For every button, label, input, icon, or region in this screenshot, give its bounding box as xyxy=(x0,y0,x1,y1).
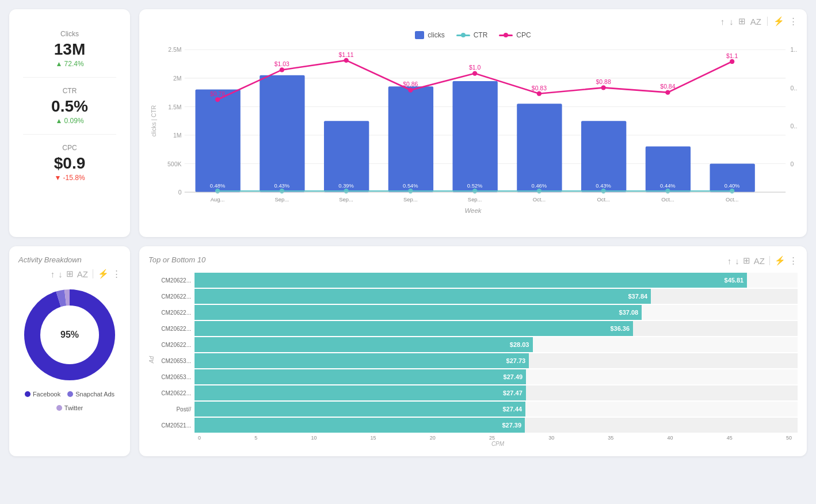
svg-text:0.48%: 0.48% xyxy=(210,183,226,189)
svg-point-50 xyxy=(537,91,542,96)
donut-container: 95% Facebook Snapchat Ads Twitter xyxy=(18,286,121,411)
hbar-value: $27.39 xyxy=(502,422,521,429)
tb-sort-down-icon[interactable]: ↓ xyxy=(735,256,739,266)
svg-rect-22 xyxy=(324,121,369,192)
activity-toolbar: ↑ ↓ ⊞ AZ ⚡ ⋮ xyxy=(18,269,121,279)
hbar-track: $37.84 xyxy=(195,289,798,304)
clicks-kpi: Clicks 13M ▲ 72.4% xyxy=(23,21,116,78)
hbar-fill: $27.39 xyxy=(195,418,525,433)
svg-point-43 xyxy=(665,189,670,193)
svg-point-36 xyxy=(215,189,220,193)
hbar-track: $36.36 xyxy=(195,321,798,336)
more-icon[interactable]: ⋮ xyxy=(789,16,798,26)
activity-sort-up-icon[interactable]: ↑ xyxy=(51,269,55,279)
svg-text:Sep...: Sep... xyxy=(403,197,418,203)
toolbar-divider xyxy=(767,17,768,26)
legend-ctr-line xyxy=(456,35,470,36)
legend-twitter: Twitter xyxy=(56,404,83,411)
sort-up-icon[interactable]: ↑ xyxy=(720,17,725,26)
donut-chart: 95% xyxy=(21,286,119,384)
svg-text:$0.88: $0.88 xyxy=(596,79,611,85)
svg-text:Oct...: Oct... xyxy=(661,197,674,203)
svg-text:0.43%: 0.43% xyxy=(596,183,611,189)
activity-card: Activity Breakdown ↑ ↓ ⊞ AZ ⚡ ⋮ xyxy=(9,246,130,456)
svg-text:$1.03: $1.03 xyxy=(274,61,289,67)
ctr-label: CTR xyxy=(23,87,116,95)
hbar-chart-wrapper: Ad CM20622... $45.81 CM20622... $37.84 C… xyxy=(148,273,798,447)
az-icon[interactable]: AZ xyxy=(750,17,761,26)
hbar-label: CM20622... xyxy=(157,277,195,284)
tb-az-icon[interactable]: AZ xyxy=(754,256,765,266)
hbar-track: $27.39 xyxy=(195,418,798,433)
facebook-dot xyxy=(25,391,30,397)
hbar-fill: $27.49 xyxy=(195,369,526,384)
topbottom-title: Top or Bottom 10 xyxy=(148,255,205,264)
legend-cpc: CPC xyxy=(499,31,531,39)
donut-legend: Facebook Snapchat Ads Twitter xyxy=(18,391,121,411)
cpc-value: $0.9 xyxy=(23,154,116,173)
hbar-value: $37.84 xyxy=(628,293,647,300)
activity-lightning-icon[interactable]: ⚡ xyxy=(98,269,109,279)
tb-table-icon[interactable]: ⊞ xyxy=(743,255,750,266)
svg-text:2.5M: 2.5M xyxy=(168,47,181,54)
hbar-track: $45.81 xyxy=(195,273,798,288)
hbar-fill: $45.81 xyxy=(195,273,747,288)
activity-more-icon[interactable]: ⋮ xyxy=(112,269,121,279)
svg-rect-20 xyxy=(260,75,304,192)
svg-text:Week: Week xyxy=(464,207,482,214)
hbar-label: CM20653... xyxy=(157,358,195,364)
facebook-label: Facebook xyxy=(33,391,60,398)
hbar-label: CM20622... xyxy=(157,390,195,396)
hbar-label: CM20622... xyxy=(157,310,195,316)
hbar-row: CM20622... $37.84 xyxy=(157,289,798,304)
hbar-row: Post// $27.44 xyxy=(157,402,798,417)
hbar-label: CM20622... xyxy=(157,326,195,332)
svg-text:Sep...: Sep... xyxy=(275,197,289,203)
activity-az-icon[interactable]: AZ xyxy=(77,269,88,279)
twitter-dot xyxy=(56,405,62,411)
hbar-row: CM20622... $45.81 xyxy=(157,273,798,288)
tb-lightning-icon[interactable]: ⚡ xyxy=(775,255,786,266)
hbar-rows: CM20622... $45.81 CM20622... $37.84 CM20… xyxy=(157,273,798,433)
svg-text:0...: 0... xyxy=(790,85,798,91)
hbar-label: CM20521... xyxy=(157,422,195,429)
hbar-track: $27.73 xyxy=(195,353,798,368)
hbar-value: $27.47 xyxy=(503,390,523,396)
cpc-label: CPC xyxy=(23,144,116,152)
snapchat-dot xyxy=(67,391,73,397)
hbar-fill: $36.36 xyxy=(195,321,633,336)
hbar-fill: $28.03 xyxy=(195,337,533,352)
tb-sort-up-icon[interactable]: ↑ xyxy=(727,256,732,266)
svg-text:0: 0 xyxy=(178,189,182,196)
svg-text:clicks | CTR: clicks | CTR xyxy=(150,105,157,136)
table-icon[interactable]: ⊞ xyxy=(738,16,746,26)
svg-text:2M: 2M xyxy=(173,75,182,82)
svg-text:$1.0: $1.0 xyxy=(469,64,481,71)
hbar-label: CM20622... xyxy=(157,293,195,300)
hbar-row: CM20622... $27.47 xyxy=(157,385,798,400)
svg-rect-28 xyxy=(517,104,562,192)
lightning-icon[interactable]: ⚡ xyxy=(773,16,784,26)
svg-rect-24 xyxy=(388,86,433,192)
svg-text:0.39%: 0.39% xyxy=(338,183,354,189)
activity-table-icon[interactable]: ⊞ xyxy=(66,269,74,279)
twitter-label: Twitter xyxy=(64,404,83,411)
legend-clicks: clicks xyxy=(415,31,444,39)
svg-text:Sep...: Sep... xyxy=(468,197,482,203)
legend-snapchat: Snapchat Ads xyxy=(67,391,115,398)
x-axis-ticks: 0 5 10 15 20 25 30 35 40 45 50 xyxy=(198,435,798,441)
activity-sort-down-icon[interactable]: ↓ xyxy=(58,269,63,279)
hbar-row: CM20622... $28.03 xyxy=(157,337,798,352)
hbar-row: CM20622... $36.36 xyxy=(157,321,798,336)
svg-point-38 xyxy=(344,189,348,193)
svg-rect-26 xyxy=(452,81,497,192)
svg-text:0.40%: 0.40% xyxy=(725,183,740,189)
svg-rect-30 xyxy=(581,121,626,192)
hbar-row: CM20521... $27.39 xyxy=(157,418,798,433)
hbar-track: $27.49 xyxy=(195,369,798,384)
hbar-label: CM20653... xyxy=(157,374,195,380)
sort-down-icon[interactable]: ↓ xyxy=(729,17,734,26)
main-chart-svg-area: 2.5M 2M 1.5M 1M 500K 0 clicks | CTR 1...… xyxy=(148,44,798,228)
tb-more-icon[interactable]: ⋮ xyxy=(789,255,798,266)
hbar-row: CM20653... $27.73 xyxy=(157,353,798,368)
